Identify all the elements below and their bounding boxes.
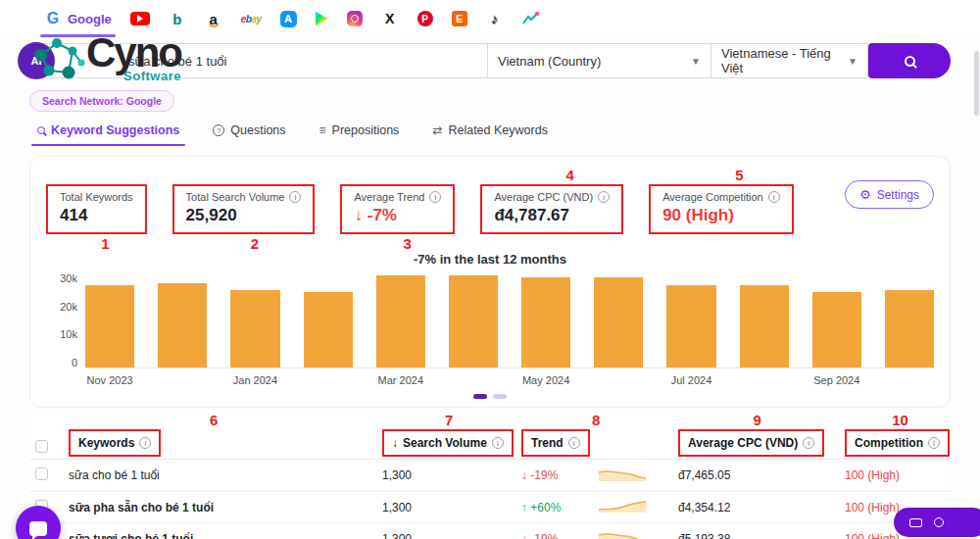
annotation-number: 6	[210, 412, 218, 428]
search-button[interactable]	[868, 43, 951, 78]
gear-icon: ⚙	[859, 187, 871, 202]
bing-icon: b	[169, 10, 186, 27]
platform-amazon[interactable]: a	[205, 10, 222, 27]
platform-ebay[interactable]: ebay	[241, 10, 262, 27]
trend-sparkline	[598, 467, 647, 484]
header-box-competition[interactable]: Competitioni	[845, 429, 950, 457]
platform-pinterest[interactable]: P	[417, 11, 433, 26]
stat-value: 25,920	[186, 206, 302, 225]
search-volume-cell: 1,300	[382, 532, 521, 539]
platform-youtube[interactable]	[130, 12, 150, 25]
related-icon: ⇄	[432, 123, 442, 137]
chevron-down-icon: ▼	[691, 56, 701, 67]
trend-value: ↓ -19%	[521, 468, 564, 482]
search-bar: AI Vietnam (Country) ▼ Vietnamese - Tiến…	[29, 43, 951, 78]
platform-googleplay[interactable]	[316, 12, 328, 26]
keyword-cell: sữa tươi cho bé 1 tuổi	[69, 532, 382, 539]
tab-related-keywords[interactable]: ⇄Related Keywords	[432, 123, 548, 146]
info-icon: i	[568, 437, 580, 449]
stat-value: 414	[60, 206, 133, 225]
instagram-icon	[347, 11, 363, 26]
country-select[interactable]: Vietnam (Country) ▼	[488, 43, 711, 78]
chart-bar	[740, 285, 789, 368]
platform-label: Google	[68, 12, 112, 26]
chart-plot: Nov 2023Jan 2024Mar 2024May 2024Jul 2024…	[85, 272, 934, 386]
stat-average-cpc: 4Average CPC (VND)iđ4,787.67	[480, 184, 623, 234]
tab-label: Keyword Suggestions	[51, 123, 179, 137]
header-competition: 10Competitioni	[845, 412, 950, 457]
x-tick-label: Jan 2024	[230, 374, 279, 386]
header-label: Keywords	[78, 436, 134, 450]
info-icon: i	[768, 191, 780, 203]
stat-average-trend: 3Average Trendi↓ -7%	[340, 184, 455, 234]
pagination-dot[interactable]	[493, 394, 507, 399]
monitor-icon	[909, 518, 922, 527]
search-icon	[37, 126, 45, 134]
pagination-dot[interactable]	[473, 394, 487, 399]
platform-x[interactable]: X	[381, 10, 399, 27]
language-select[interactable]: Vietnamese - Tiếng Việt ▼	[711, 43, 868, 78]
scrollbar	[972, 0, 980, 539]
header-search-volume: 7↓Search Volumei	[382, 412, 521, 457]
avatar[interactable]: AI	[18, 42, 55, 79]
cpc-cell: đ5,193.38	[678, 532, 845, 539]
header-box-trend[interactable]: Trendi	[521, 429, 590, 457]
scrollbar-thumb[interactable]	[974, 51, 979, 116]
keyword-cell: sữa cho bé 1 tuổi	[69, 468, 382, 482]
x-tick-label: Nov 2023	[85, 374, 134, 386]
search-volume-cell: 1,300	[382, 468, 521, 482]
header-box-keywords[interactable]: Keywordsi	[69, 429, 161, 457]
bottom-right-widget[interactable]	[894, 508, 980, 537]
chart-bars	[85, 272, 934, 368]
keywords-table: 6Keywordsi7↓Search Volumei8Trendi9Averag…	[29, 412, 951, 539]
annotation-number: 3	[404, 235, 412, 252]
annotation-number: 9	[754, 412, 761, 428]
platform-trends[interactable]	[522, 10, 540, 27]
row-checkbox[interactable]	[35, 467, 48, 480]
select-all-checkbox[interactable]	[35, 440, 48, 453]
header-box-search-volume[interactable]: ↓Search Volumei	[382, 429, 514, 457]
settings-button[interactable]: ⚙ Settings	[845, 180, 934, 209]
sort-desc-icon: ↓	[392, 436, 398, 450]
tab-questions[interactable]: ?Questions	[213, 123, 285, 146]
platform-google[interactable]: GGoogle	[44, 10, 112, 27]
x-tick-label	[885, 374, 934, 386]
tab-keyword-suggestions[interactable]: Keyword Suggestions	[37, 123, 179, 146]
chart-bar	[158, 283, 207, 368]
chart-bar	[230, 290, 279, 368]
tab-label: Related Keywords	[448, 123, 547, 137]
platform-etsy[interactable]: E	[452, 11, 467, 26]
platform-bing[interactable]: b	[169, 10, 186, 27]
platform-appstore[interactable]: A	[280, 11, 297, 27]
search-input[interactable]	[29, 43, 488, 78]
tab-prepositions[interactable]: ≡Prepositions	[319, 123, 400, 146]
camera-icon	[934, 517, 944, 527]
x-tick-label: May 2024	[521, 374, 570, 386]
page: GGooglebaebayAXPE♪ AI Vietnam (Country) …	[0, 0, 980, 539]
y-tick-label: 30k	[46, 272, 77, 284]
chevron-down-icon: ▼	[848, 56, 858, 67]
tab-bar: Keyword Suggestions?Questions≡Prepositio…	[37, 123, 980, 146]
x-tick-label	[304, 374, 353, 386]
table-row: sữa tươi cho bé 1 tuổi1,300↓ -19%đ5,193.…	[29, 522, 951, 539]
chat-icon	[29, 521, 47, 536]
stat-total-search-volume: 2Total Search Volumei25,920	[172, 184, 316, 234]
search-volume-chart: 30k20k10k0 Nov 2023Jan 2024Mar 2024May 2…	[46, 272, 934, 386]
results-card: ⚙ Settings 1Total Keywords4142Total Sear…	[29, 156, 951, 408]
x-tick-label: Sep 2024	[812, 374, 861, 386]
google-icon: G	[44, 10, 62, 27]
annotation-number: 5	[735, 167, 743, 183]
keyword-cell: sữa pha sẵn cho bé 1 tuổi	[69, 501, 382, 514]
annotation-number: 8	[592, 412, 600, 428]
youtube-icon	[130, 12, 150, 25]
header-box-average-cpc[interactable]: Average CPC (VND)i	[678, 429, 824, 457]
trend-cell: ↓ -19%	[521, 530, 678, 539]
table-row: sữa cho bé 1 tuổi1,300↓ -19%đ7,465.05100…	[29, 460, 951, 491]
platform-tiktok[interactable]: ♪	[486, 10, 504, 27]
country-select-value: Vietnam (Country)	[498, 54, 601, 69]
header-label: Competition	[855, 436, 923, 450]
platform-instagram[interactable]	[347, 11, 363, 26]
list-icon: ≡	[319, 123, 326, 137]
chart-bar	[304, 292, 353, 368]
table-row: sữa pha sẵn cho bé 1 tuổi1,300↑ +60%đ4,3…	[29, 491, 951, 522]
